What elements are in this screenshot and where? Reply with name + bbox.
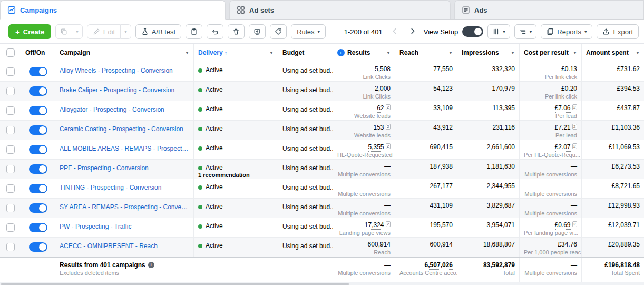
- header-campaign[interactable]: Campaign▼: [55, 44, 194, 62]
- campaign-off-on-toggle[interactable]: [29, 145, 47, 154]
- campaign-link[interactable]: Brake Caliper - Prospecting - Conversion: [60, 85, 189, 94]
- row-checkbox[interactable]: [6, 145, 15, 154]
- row-checkbox[interactable]: [6, 223, 15, 232]
- chevron-down-icon[interactable]: ▼: [446, 51, 453, 55]
- reports-button[interactable]: Reports ▾: [541, 24, 592, 39]
- chevron-down-icon[interactable]: ▼: [633, 51, 640, 55]
- chevron-down-icon[interactable]: ▼: [384, 51, 391, 55]
- toggle-knob: [39, 243, 46, 251]
- campaign-link[interactable]: PPF - Prospecting - Conversion: [60, 163, 189, 172]
- create-button[interactable]: + Create: [8, 24, 51, 39]
- header-delivery[interactable]: Delivery↑▼: [194, 44, 278, 62]
- campaign-off-on-toggle[interactable]: [29, 86, 47, 96]
- results-sublabel: Link Clicks: [337, 93, 391, 100]
- pencil-icon: [93, 28, 100, 35]
- toolbar-right: 1-200 of 401 View Setup ▾ ▾: [344, 24, 639, 39]
- board-arrow-button[interactable]: [249, 24, 266, 39]
- undo-button[interactable]: [207, 24, 223, 39]
- footer-empty-cell: [21, 258, 55, 282]
- amount-spent-cell: £12,998.93: [582, 199, 644, 218]
- campaign-link[interactable]: SY AREA - REMAPS - Prospecting - Convers…: [60, 202, 189, 211]
- info-icon[interactable]: i: [337, 49, 345, 56]
- edit-button[interactable]: Edit: [87, 24, 121, 39]
- breakdown-button[interactable]: ▾: [514, 24, 537, 39]
- header-reach[interactable]: Reach▼: [395, 44, 457, 62]
- campaign-off-on-toggle[interactable]: [29, 164, 47, 174]
- rules-button[interactable]: Rules ▾: [291, 24, 326, 39]
- columns-button[interactable]: ▾: [487, 24, 510, 39]
- campaign-off-on-toggle[interactable]: [29, 106, 47, 115]
- campaign-link[interactable]: Alloy Wheels - Prospecting - Conversion: [60, 65, 189, 75]
- next-page-button[interactable]: [406, 25, 419, 38]
- header-budget[interactable]: Budget: [278, 44, 333, 62]
- row-checkbox[interactable]: [6, 87, 15, 95]
- cost-per-result-sublabel: Per HL-Quote-Requ...: [524, 152, 577, 159]
- tab-ad-sets[interactable]: Ad sets: [229, 0, 451, 19]
- info-icon[interactable]: i: [148, 262, 154, 268]
- budget-cell: Using ad set bud...: [278, 218, 333, 237]
- campaign-off-on-toggle[interactable]: [29, 125, 47, 135]
- campaign-link[interactable]: PW - Prospecting - Traffic: [60, 221, 189, 231]
- campaign-off-on-toggle[interactable]: [29, 242, 47, 252]
- chevron-down-icon[interactable]: ▼: [267, 51, 274, 55]
- row-checkbox[interactable]: [6, 106, 15, 115]
- cost-per-result-cell: £2.072Per HL-Quote-Requ...: [520, 140, 582, 159]
- delete-button[interactable]: [228, 24, 245, 39]
- delivery-status: Active: [206, 242, 223, 250]
- campaign-off-on-toggle[interactable]: [29, 203, 47, 213]
- attribution-icon: 2: [386, 124, 391, 130]
- export-button[interactable]: Export: [597, 24, 639, 39]
- results-cell: —Multiple conversions: [333, 179, 395, 198]
- campaign-off-on-toggle[interactable]: [29, 184, 47, 193]
- tab-ads[interactable]: Ads: [454, 0, 644, 19]
- campaign-link[interactable]: Alloygator - Prospecting - Conversion: [60, 104, 189, 114]
- duplicate-dropdown-button[interactable]: ▾: [72, 24, 83, 39]
- clipboard-button[interactable]: [186, 24, 202, 39]
- reach-cell: 431,109: [395, 199, 457, 218]
- row-checkbox[interactable]: [6, 165, 15, 173]
- campaign-off-on-toggle[interactable]: [29, 223, 47, 232]
- row-checkbox[interactable]: [6, 243, 15, 251]
- tag-button[interactable]: [270, 24, 287, 39]
- budget-cell: Using ad set bud...: [278, 160, 333, 179]
- clipboard-icon: [190, 28, 198, 35]
- header-impressions[interactable]: Impressions▼: [457, 44, 520, 62]
- edit-dropdown-button[interactable]: ▾: [121, 24, 131, 39]
- campaign-link[interactable]: ALL MOBILE AREAS - REMAPS - Prospecting …: [60, 143, 189, 153]
- campaign-cell: Alloygator - Prospecting - Conversion: [55, 101, 194, 120]
- ab-test-button[interactable]: A/B test: [135, 24, 182, 39]
- chevron-down-icon: ▾: [76, 30, 79, 34]
- header-cost-per-result[interactable]: Cost per result▼: [520, 44, 582, 62]
- amount-spent-cell: £6,273.53: [582, 160, 644, 179]
- row-checkbox[interactable]: [6, 184, 15, 193]
- header-amount-spent[interactable]: Amount spent▼: [582, 44, 644, 62]
- reach-cell: 187,938: [395, 160, 457, 179]
- header-results[interactable]: iResults▼: [333, 44, 395, 62]
- results-cell: —Multiple conversions: [333, 160, 395, 179]
- view-setup-toggle[interactable]: [462, 26, 483, 37]
- cost-per-result-sublabel: Per lead: [524, 132, 577, 139]
- select-all-checkbox[interactable]: [6, 48, 15, 57]
- campaign-off-on-toggle[interactable]: [29, 67, 47, 76]
- row-checkbox[interactable]: [6, 204, 15, 212]
- footer-reach-cell: 6,507,026 Accounts Centre acco...: [395, 258, 457, 282]
- delivery-recommendation[interactable]: 1 recommendation: [198, 172, 274, 179]
- row-checkbox[interactable]: [6, 67, 15, 76]
- row-checkbox[interactable]: [6, 126, 15, 134]
- prev-page-button[interactable]: [388, 25, 402, 38]
- chevron-down-icon[interactable]: ▼: [571, 51, 577, 55]
- duplicate-button[interactable]: [55, 24, 72, 39]
- attribution-icon: 2: [386, 104, 391, 110]
- tab-campaigns[interactable]: Campaigns: [0, 0, 226, 20]
- export-icon: [602, 28, 610, 35]
- campaign-link[interactable]: Ceramic Coating - Prospecting - Conversi…: [60, 124, 189, 133]
- row-select-cell: [0, 218, 21, 237]
- cost-per-result-cell: £34.76Per 1,000 people reac...: [520, 238, 582, 257]
- campaign-link[interactable]: ACECC - OMNIPRESENT - Reach: [60, 241, 189, 250]
- chevron-down-icon[interactable]: ▼: [509, 51, 515, 55]
- campaign-link[interactable]: TINTING - Prospecting - Conversion: [60, 182, 189, 192]
- row-toggle-cell: [21, 101, 55, 120]
- scrollbar-thumb[interactable]: [1, 283, 349, 285]
- chevron-down-icon[interactable]: ▼: [183, 51, 189, 55]
- toggle-knob: [39, 165, 46, 173]
